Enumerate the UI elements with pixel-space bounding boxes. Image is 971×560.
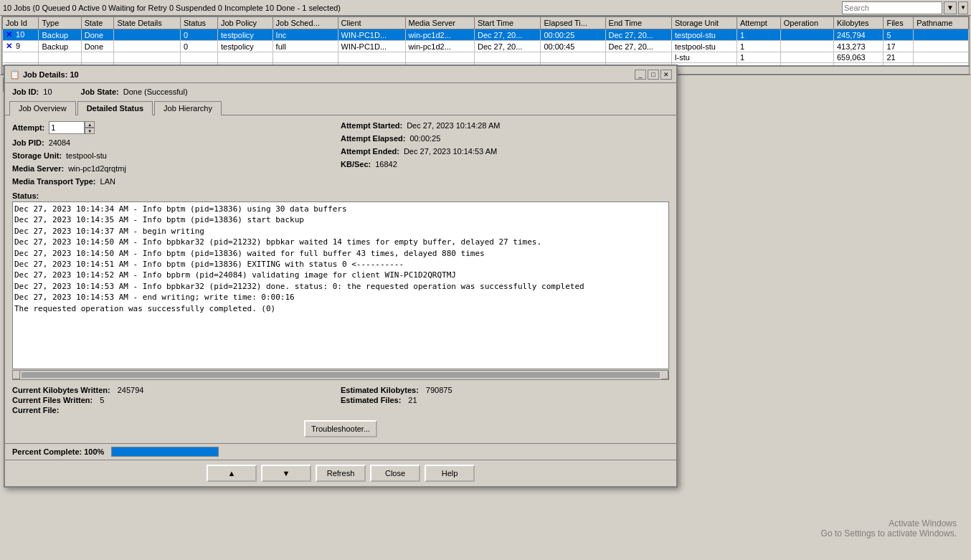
tab-job-hierarchy[interactable]: Job Hierarchy bbox=[154, 101, 222, 115]
window-title: 10 Jobs (0 Queued 0 Active 0 Waiting for… bbox=[3, 4, 341, 12]
attempt-ended-label: Attempt Ended: bbox=[341, 147, 399, 156]
col-type[interactable]: Type bbox=[39, 17, 81, 29]
col-sched[interactable]: Job Sched... bbox=[273, 17, 338, 29]
col-operation[interactable]: Operation bbox=[780, 17, 833, 29]
col-storage[interactable]: Storage Unit bbox=[672, 17, 737, 29]
job-id-field: Job ID: 10 bbox=[12, 87, 52, 96]
activate-watermark: Activate Windows Go to Settings to activ… bbox=[821, 518, 957, 538]
job-state-field: Job State: Done (Successful) bbox=[81, 87, 188, 96]
refresh-button[interactable]: Refresh bbox=[316, 465, 366, 482]
attempt-ended-value: Dec 27, 2023 10:14:53 AM bbox=[404, 147, 497, 156]
log-line: The requested operation was successfully… bbox=[14, 303, 667, 314]
col-state-details[interactable]: State Details bbox=[114, 17, 180, 29]
search-input[interactable] bbox=[842, 1, 942, 14]
col-media-server[interactable]: Media Server bbox=[405, 17, 474, 29]
progress-area: Percent Complete: 100% bbox=[5, 443, 676, 460]
col-status[interactable]: Status bbox=[180, 17, 217, 29]
est-files-label: Estimated Files: bbox=[341, 396, 401, 404]
stats-left: Current Kilobytes Written: 245794 Curren… bbox=[12, 386, 341, 414]
log-line: Dec 27, 2023 10:14:51 AM - Info bptm (pi… bbox=[14, 259, 667, 270]
maximize-button[interactable]: □ bbox=[648, 70, 659, 80]
stats-right: Estimated Kilobytes: 790875 Estimated Fi… bbox=[341, 386, 669, 414]
progress-bar-container bbox=[111, 447, 219, 457]
status-section: Status: Dec 27, 2023 10:14:34 AM - Info … bbox=[12, 191, 669, 380]
media-server-value: win-pc1d2qrqtmj bbox=[68, 164, 126, 173]
est-kb-row: Estimated Kilobytes: 790875 bbox=[341, 386, 669, 394]
activate-line2: Go to Settings to activate Windows. bbox=[821, 528, 957, 538]
dialog-actions: ▲ ▼ Refresh Close Help bbox=[5, 460, 676, 486]
attempt-input[interactable] bbox=[49, 121, 85, 134]
log-line: Dec 27, 2023 10:14:37 AM - begin writing bbox=[14, 226, 667, 237]
log-line: Dec 27, 2023 10:14:52 AM - Info bpbrm (p… bbox=[14, 270, 667, 280]
job-pid-row: Job PID: 24084 bbox=[12, 138, 341, 147]
attempt-elapsed-label: Attempt Elapsed: bbox=[341, 134, 405, 143]
table-row[interactable]: ✕ 9BackupDone0testpolicyfullWIN-PC1D...w… bbox=[3, 41, 969, 52]
tab-job-overview[interactable]: Job Overview bbox=[9, 101, 76, 115]
dialog-controls: _ □ ✕ bbox=[635, 70, 672, 80]
down-arrow-icon: ▼ bbox=[283, 469, 290, 478]
kb-sec-value: 16842 bbox=[375, 160, 397, 169]
col-policy[interactable]: Job Policy bbox=[217, 17, 273, 29]
est-files-value: 21 bbox=[408, 396, 417, 404]
media-transport-value: LAN bbox=[100, 177, 115, 186]
current-file-row: Current File: bbox=[12, 406, 341, 414]
job-details-dialog: 📋 Job Details: 10 _ □ ✕ Job ID: 10 Job S… bbox=[4, 65, 678, 488]
media-transport-label: Media Transport Type: bbox=[12, 177, 96, 186]
job-pid-label: Job PID: bbox=[12, 138, 44, 147]
details-right: Attempt Started: Dec 27, 2023 10:14:28 A… bbox=[341, 121, 669, 186]
storage-unit-label: Storage Unit: bbox=[12, 151, 62, 160]
col-elapsed[interactable]: Elapsed Ti... bbox=[541, 17, 605, 29]
col-end-time[interactable]: End Time bbox=[605, 17, 671, 29]
attempt-elapsed-value: 00:00:25 bbox=[409, 134, 440, 143]
percent-complete-label: Percent Complete: 100% bbox=[12, 447, 104, 456]
tab-detailed-status[interactable]: Detailed Status bbox=[77, 101, 153, 115]
est-kb-value: 790875 bbox=[426, 386, 453, 394]
current-file-label: Current File: bbox=[12, 406, 59, 414]
col-start-time[interactable]: Start Time bbox=[474, 17, 540, 29]
help-button[interactable]: Help bbox=[425, 465, 475, 482]
table-row[interactable]: ✕ 10BackupDone0testpolicyIncWIN-PC1D...w… bbox=[3, 29, 969, 41]
current-kb-row: Current Kilobytes Written: 245794 bbox=[12, 386, 341, 394]
nav-prev-button[interactable]: ▲ bbox=[207, 465, 257, 482]
bottom-stats: Current Kilobytes Written: 245794 Curren… bbox=[12, 386, 669, 414]
log-line: Dec 27, 2023 10:14:34 AM - Info bptm (pi… bbox=[14, 204, 667, 214]
status-log[interactable]: Dec 27, 2023 10:14:34 AM - Info bptm (pi… bbox=[12, 201, 669, 369]
col-state[interactable]: State bbox=[81, 17, 114, 29]
log-line: Dec 27, 2023 10:14:50 AM - Info bpbkar32… bbox=[14, 237, 667, 247]
attempt-started-label: Attempt Started: bbox=[341, 121, 402, 130]
details-left: Attempt: ▲ ▼ Job PID: 24084 bbox=[12, 121, 341, 186]
filter-button[interactable]: ▼ bbox=[944, 1, 957, 14]
status-label: Status: bbox=[12, 191, 669, 200]
minimize-button[interactable]: _ bbox=[635, 70, 646, 80]
table-row[interactable]: l-stu1659,06321 bbox=[3, 52, 969, 63]
media-server-label: Media Server: bbox=[12, 164, 64, 173]
col-pathname[interactable]: Pathname bbox=[914, 17, 969, 29]
dropdown-button[interactable]: ▼ bbox=[958, 1, 968, 14]
spinner-down-button[interactable]: ▼ bbox=[85, 128, 95, 134]
close-dialog-button[interactable]: Close bbox=[370, 465, 420, 482]
log-hscroll[interactable] bbox=[12, 370, 669, 380]
troubleshooter-area: Troubleshooter... bbox=[12, 420, 669, 437]
attempt-ended-row: Attempt Ended: Dec 27, 2023 10:14:53 AM bbox=[341, 147, 669, 156]
jobs-table-container: Job Id Type State State Details Status J… bbox=[1, 16, 970, 66]
progress-bar-fill bbox=[112, 447, 218, 456]
close-button[interactable]: ✕ bbox=[660, 70, 672, 80]
col-files[interactable]: Files bbox=[884, 17, 914, 29]
job-id-label: Job ID: bbox=[12, 87, 39, 96]
job-state-value: Done (Successful) bbox=[123, 87, 188, 96]
job-state-label: Job State: bbox=[81, 87, 119, 96]
log-line: Dec 27, 2023 10:14:50 AM - Info bptm (pi… bbox=[14, 248, 667, 259]
col-job-id[interactable]: Job Id bbox=[3, 17, 39, 29]
attempt-row: Attempt: ▲ ▼ bbox=[12, 121, 341, 134]
attempt-started-value: Dec 27, 2023 10:14:28 AM bbox=[407, 121, 500, 130]
col-attempt[interactable]: Attempt bbox=[736, 17, 780, 29]
col-client[interactable]: Client bbox=[338, 17, 405, 29]
current-files-value: 5 bbox=[100, 396, 104, 404]
log-line: Dec 27, 2023 10:14:53 AM - Info bpbkar32… bbox=[14, 281, 667, 292]
dialog-content: Attempt: ▲ ▼ Job PID: 24084 bbox=[5, 115, 676, 443]
col-kilobytes[interactable]: Kilobytes bbox=[833, 17, 884, 29]
spinner-up-button[interactable]: ▲ bbox=[85, 121, 95, 128]
media-server-row: Media Server: win-pc1d2qrqtmj bbox=[12, 164, 341, 173]
troubleshooter-button[interactable]: Troubleshooter... bbox=[304, 420, 377, 437]
nav-next-button[interactable]: ▼ bbox=[261, 465, 311, 482]
